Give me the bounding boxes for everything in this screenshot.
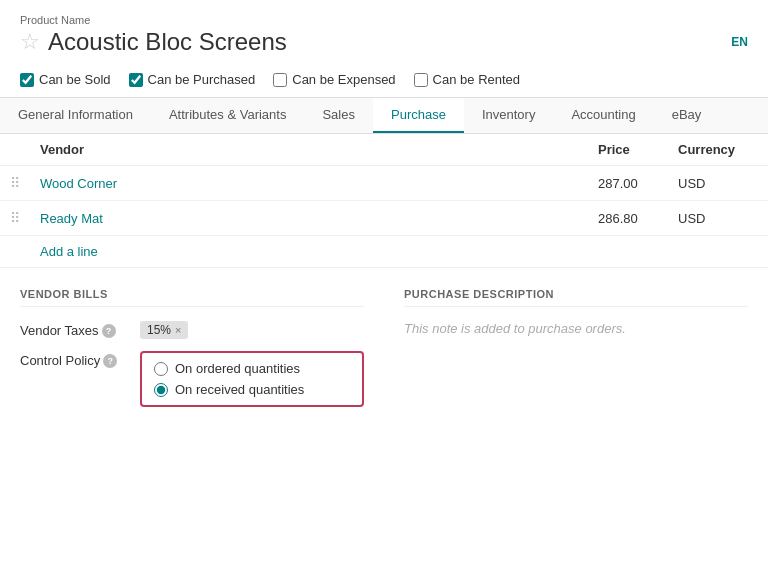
vendor-table: Vendor Price Currency ⠿Wood Corner287.00… xyxy=(0,134,768,236)
radio-row-received[interactable]: On received quantities xyxy=(154,382,350,397)
control-policy-box: On ordered quantitiesOn received quantit… xyxy=(140,351,364,407)
checkbox-input-can_be_rented[interactable] xyxy=(414,73,428,87)
purchase-desc-title: PURCHASE DESCRIPTION xyxy=(404,288,748,307)
vendor-header: Vendor xyxy=(30,134,588,166)
product-flags-row: Can be SoldCan be PurchasedCan be Expens… xyxy=(0,64,768,97)
currency-header: Currency xyxy=(668,134,768,166)
checkbox-can_be_sold[interactable]: Can be Sold xyxy=(20,72,111,87)
currency-cell: USD xyxy=(668,201,768,236)
favorite-star-icon[interactable]: ☆ xyxy=(20,31,40,53)
tab-inventory[interactable]: Inventory xyxy=(464,98,553,133)
checkbox-can_be_expensed[interactable]: Can be Expensed xyxy=(273,72,395,87)
tab-accounting[interactable]: Accounting xyxy=(553,98,653,133)
price-cell: 286.80 xyxy=(588,201,668,236)
checkbox-input-can_be_purchased[interactable] xyxy=(129,73,143,87)
radio-label-received: On received quantities xyxy=(175,382,304,397)
checkbox-label-can_be_purchased: Can be Purchased xyxy=(148,72,256,87)
vendor-name-cell[interactable]: Ready Mat xyxy=(30,201,588,236)
checkbox-input-can_be_expensed[interactable] xyxy=(273,73,287,87)
vendor-taxes-tag-close[interactable]: × xyxy=(175,324,181,336)
control-policy-label: Control Policy ? xyxy=(20,351,130,368)
radio-ordered[interactable] xyxy=(154,362,168,376)
drag-header xyxy=(0,134,30,166)
checkbox-label-can_be_sold: Can be Sold xyxy=(39,72,111,87)
radio-received[interactable] xyxy=(154,383,168,397)
drag-handle-icon[interactable]: ⠿ xyxy=(0,201,30,236)
control-policy-options: On ordered quantitiesOn received quantit… xyxy=(140,351,364,407)
vendor-taxes-label: Vendor Taxes ? xyxy=(20,321,130,338)
tab-purchase[interactable]: Purchase xyxy=(373,98,464,133)
tab-ebay[interactable]: eBay xyxy=(654,98,720,133)
vendor-bills-section: VENDOR BILLS Vendor Taxes ? 15% × Contro… xyxy=(20,288,364,419)
table-row[interactable]: ⠿Ready Mat286.80USD xyxy=(0,201,768,236)
checkbox-label-can_be_rented: Can be Rented xyxy=(433,72,520,87)
vendor-taxes-row: Vendor Taxes ? 15% × xyxy=(20,321,364,339)
tab-attributes[interactable]: Attributes & Variants xyxy=(151,98,305,133)
purchase-description-section: PURCHASE DESCRIPTION This note is added … xyxy=(404,288,748,419)
table-row[interactable]: ⠿Wood Corner287.00USD xyxy=(0,166,768,201)
vendor-taxes-tag: 15% × xyxy=(140,321,188,339)
drag-handle-icon[interactable]: ⠿ xyxy=(0,166,30,201)
control-policy-row: Control Policy ? On ordered quantitiesOn… xyxy=(20,351,364,407)
language-badge[interactable]: EN xyxy=(731,35,748,49)
checkbox-can_be_rented[interactable]: Can be Rented xyxy=(414,72,520,87)
tab-sales[interactable]: Sales xyxy=(304,98,373,133)
vendor-taxes-tag-label: 15% xyxy=(147,323,171,337)
vendor-taxes-help-icon[interactable]: ? xyxy=(102,324,116,338)
currency-cell: USD xyxy=(668,166,768,201)
tabs-bar: General InformationAttributes & Variants… xyxy=(0,97,768,134)
tab-content-purchase: Vendor Price Currency ⠿Wood Corner287.00… xyxy=(0,134,768,439)
price-header: Price xyxy=(588,134,668,166)
checkbox-label-can_be_expensed: Can be Expensed xyxy=(292,72,395,87)
radio-label-ordered: On ordered quantities xyxy=(175,361,300,376)
vendor-taxes-value: 15% × xyxy=(140,321,364,339)
checkbox-can_be_purchased[interactable]: Can be Purchased xyxy=(129,72,256,87)
control-policy-help-icon[interactable]: ? xyxy=(103,354,117,368)
price-cell: 287.00 xyxy=(588,166,668,201)
add-line-button[interactable]: Add a line xyxy=(40,244,98,259)
radio-row-ordered[interactable]: On ordered quantities xyxy=(154,361,350,376)
purchase-desc-placeholder: This note is added to purchase orders. xyxy=(404,321,748,336)
vendor-name-cell[interactable]: Wood Corner xyxy=(30,166,588,201)
checkbox-input-can_be_sold[interactable] xyxy=(20,73,34,87)
tab-general[interactable]: General Information xyxy=(0,98,151,133)
vendor-bills-title: VENDOR BILLS xyxy=(20,288,364,307)
product-name-label: Product Name xyxy=(20,14,748,26)
product-title: Acoustic Bloc Screens xyxy=(48,28,287,56)
